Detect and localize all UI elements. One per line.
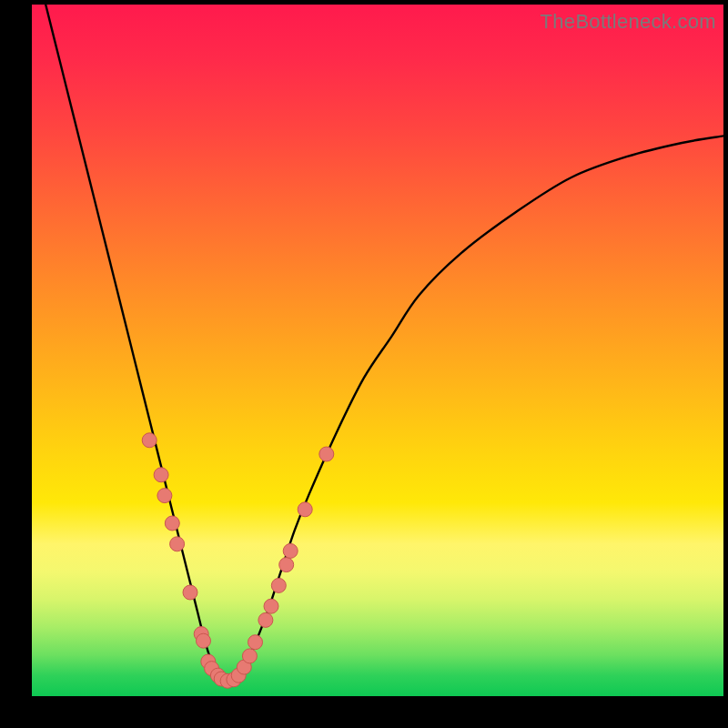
data-point — [197, 633, 211, 648]
data-point — [165, 516, 179, 531]
chart-stage: TheBottleneck.com — [0, 0, 728, 728]
plot-area: TheBottleneck.com — [32, 5, 723, 696]
data-point — [279, 558, 294, 572]
data-point — [242, 649, 257, 663]
data-point — [157, 489, 172, 503]
bottleneck-curve — [46, 5, 723, 683]
data-point — [258, 612, 273, 627]
data-point — [271, 578, 286, 592]
data-point — [319, 447, 334, 461]
data-point — [283, 543, 298, 558]
chart-overlay-svg — [32, 5, 723, 696]
data-points-group — [142, 433, 334, 689]
data-point — [298, 502, 312, 517]
data-point — [183, 585, 197, 600]
data-point — [264, 599, 278, 613]
data-point — [142, 433, 157, 448]
data-point — [154, 468, 168, 482]
data-point — [248, 635, 263, 650]
data-point — [170, 537, 185, 551]
